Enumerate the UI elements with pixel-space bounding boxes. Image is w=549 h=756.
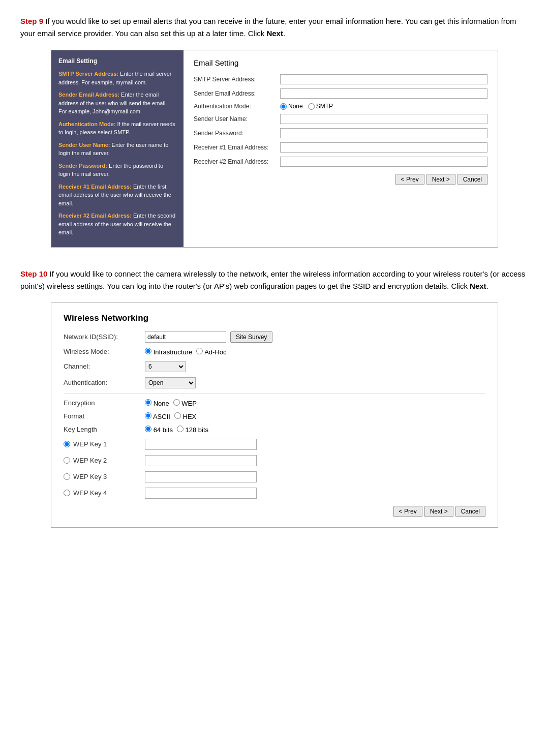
sender-pass-label: Sender Password: [194,130,280,137]
step10-label: Step 10 [20,269,47,278]
site-survey-button[interactable]: Site Survey [230,331,272,343]
infra-option[interactable]: Infrastructure [145,348,192,356]
receiver2-label: Receiver #2 Email Address: [194,158,280,165]
email-help-column: Email Setting SMTP Server Address: Enter… [51,50,184,247]
auth-none-radio[interactable] [280,103,287,110]
wep-key3-select-radio[interactable] [64,473,70,480]
wireless-mode-radios: Infrastructure Ad-Hoc [145,348,226,356]
wep-key2-select-radio[interactable] [64,457,70,464]
key-64-radio[interactable] [145,426,151,432]
key-128-option[interactable]: 128 bits [177,426,208,434]
format-radios: ASCII HEX [145,412,196,420]
channel-label: Channel: [64,362,145,370]
network-id-label: Network ID(SSID): [64,333,145,341]
receiver2-help: Receiver #2 Email Address: Enter the sec… [58,211,176,237]
receiver1-input[interactable] [280,142,487,153]
step9-label: Step 9 [20,17,43,25]
auth-mode-radios: None SMTP [280,103,333,110]
key-length-radios: 64 bits 128 bits [145,426,208,434]
network-id-input[interactable] [145,331,226,343]
auth-mode-row: Authentication Mode: None SMTP [194,103,487,110]
hex-radio[interactable] [174,412,181,419]
auth-smtp-radio[interactable] [308,103,315,110]
network-id-row: Network ID(SSID): Site Survey [64,331,485,343]
smtp-server-row: SMTP Server Address: [194,74,487,84]
wep-key4-row: WEP Key 4 [64,488,485,499]
auth-select[interactable]: Open Shared WPA-PSK WPA2-PSK [145,377,196,388]
enc-none-radio[interactable] [145,399,151,406]
auth-mode-label: Authentication Mode: [194,103,280,110]
smtp-server-input[interactable] [280,74,487,84]
email-left-title: Email Setting [58,56,176,66]
sender-pass-input[interactable] [280,128,487,138]
wep-key1-label: WEP Key 1 [64,440,145,448]
email-btn-row: < Prev Next > Cancel [194,174,487,185]
adhoc-radio[interactable] [196,348,203,354]
sender-pass-row: Sender Password: [194,128,487,138]
key-64-option[interactable]: 64 bits [145,426,173,434]
key-128-radio[interactable] [177,426,184,432]
wep-key2-row: WEP Key 2 [64,455,485,466]
wep-key2-input[interactable] [145,455,257,466]
wep-key1-row: WEP Key 1 [64,439,485,450]
ascii-option[interactable]: ASCII [145,412,170,420]
wep-key3-label: WEP Key 3 [64,473,145,480]
sender-user-input[interactable] [280,114,487,124]
encryption-radios: None WEP [145,399,197,407]
wireless-auth-value: Open Shared WPA-PSK WPA2-PSK [145,377,196,388]
wireless-divider [64,394,485,394]
sender-pass-help: Sender Password: Enter the password to l… [58,162,176,178]
wireless-mode-label: Wireless Mode: [64,348,145,355]
wireless-next-button[interactable]: Next > [424,506,453,517]
channel-row: Channel: 6 1 2 3 4 5 7 8 9 10 11 [64,361,485,372]
wep-key1-select-radio[interactable] [64,441,70,447]
encryption-row: Encryption None WEP [64,399,485,407]
wep-key4-input[interactable] [145,488,257,499]
key-length-row: Key Length 64 bits 128 bits [64,426,485,434]
sender-user-help: Sender User Name: Enter the user name to… [58,141,176,158]
enc-wep-radio[interactable] [173,399,180,406]
step10-next-bold: Next [470,282,486,290]
smtp-help: SMTP Server Address: Enter the mail serv… [58,70,176,86]
wep-key4-label: WEP Key 4 [64,489,145,497]
enc-none-option[interactable]: None [145,399,169,407]
auth-smtp-option[interactable]: SMTP [308,103,333,110]
network-id-value-group: Site Survey [145,331,272,343]
adhoc-option[interactable]: Ad-Hoc [196,348,226,356]
wireless-prev-button[interactable]: < Prev [393,506,422,517]
receiver1-label: Receiver #1 Email Address: [194,144,280,151]
sender-email-input[interactable] [280,88,487,99]
sender-user-label: Sender User Name: [194,115,280,123]
receiver1-row: Receiver #1 Email Address: [194,142,487,153]
sender-email-row: Sender Email Address: [194,88,487,99]
email-next-button[interactable]: Next > [426,174,455,185]
email-prev-button[interactable]: < Prev [395,174,424,185]
wep-key4-select-radio[interactable] [64,490,70,496]
ascii-radio[interactable] [145,412,151,419]
enc-wep-option[interactable]: WEP [173,399,197,407]
receiver2-input[interactable] [280,157,487,167]
auth-none-option[interactable]: None [280,103,303,110]
channel-select[interactable]: 6 1 2 3 4 5 7 8 9 10 11 [145,361,186,372]
hex-option[interactable]: HEX [174,412,196,420]
format-row: Format ASCII HEX [64,412,485,420]
sender-email-help: Sender Email Address: Enter the email ad… [58,90,176,116]
infra-radio[interactable] [145,348,151,354]
wireless-cancel-button[interactable]: Cancel [455,506,485,517]
wireless-btn-row: < Prev Next > Cancel [64,506,485,517]
email-cancel-button[interactable]: Cancel [458,174,487,185]
wireless-panel: Wireless Networking Network ID(SSID): Si… [51,303,498,528]
step9-text: Step 9 If you would like to set up email… [20,15,529,40]
step10-text: Step 10 If you would like to connect the… [20,268,529,292]
channel-value: 6 1 2 3 4 5 7 8 9 10 11 [145,361,186,372]
wep-key3-row: WEP Key 3 [64,471,485,482]
sender-email-label: Sender Email Address: [194,90,280,97]
wireless-title: Wireless Networking [64,313,485,323]
wep-key3-input[interactable] [145,471,257,482]
auth-mode-help: Authentication Mode: If the mail server … [58,120,176,137]
email-right-title: Email Setting [194,58,487,67]
step9-next-bold: Next [266,29,283,38]
encryption-label: Encryption [64,399,145,407]
wep-key1-input[interactable] [145,439,257,450]
receiver1-help: Receiver #1 Email Address: Enter the fir… [58,183,176,208]
